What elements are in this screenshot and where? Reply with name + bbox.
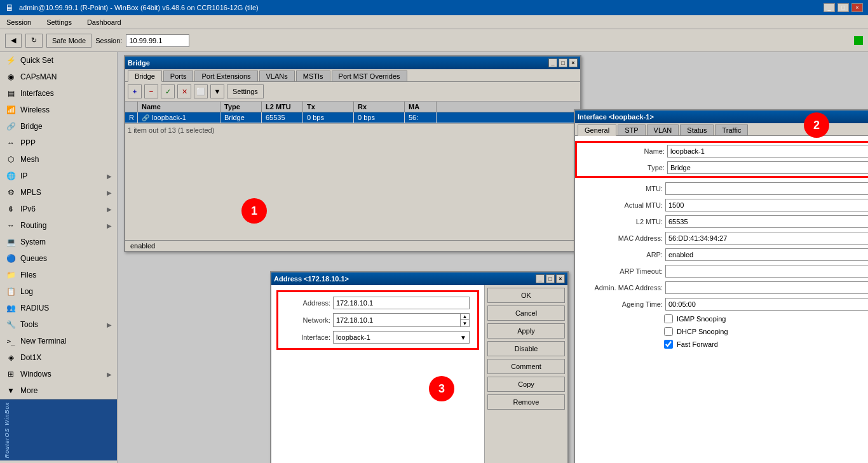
addr-ok-btn[interactable]: OK — [487, 288, 565, 303]
interface-dropdown-arrow: ▼ — [460, 334, 466, 341]
remove-btn[interactable]: − — [144, 84, 158, 98]
mtu-dropdown[interactable]: ▼ — [665, 182, 868, 195]
sidebar-item-windows[interactable]: ⊞ Windows ▶ — [0, 366, 117, 382]
interface-window-title: Interface <loopback-1> — [578, 113, 868, 121]
addr-disable-btn[interactable]: Disable — [487, 341, 565, 356]
bridge-maximize-btn[interactable]: □ — [559, 58, 567, 67]
back-btn[interactable]: ◀ — [5, 34, 22, 48]
actual-mtu-input[interactable] — [665, 199, 868, 211]
mac-input[interactable] — [665, 232, 868, 245]
filter-btn[interactable]: ▼ — [210, 84, 224, 98]
sidebar-item-interfaces[interactable]: ▤ Interfaces — [0, 85, 117, 102]
tab-port-extensions[interactable]: Port Extensions — [194, 70, 257, 81]
tab-port-mst-overrides[interactable]: Port MST Overrides — [332, 70, 407, 81]
igmp-checkbox[interactable] — [664, 314, 673, 323]
menu-session[interactable]: Session — [3, 17, 35, 27]
addr-close-btn[interactable]: × — [556, 274, 565, 283]
sidebar-item-wireless[interactable]: 📶 Wireless — [0, 102, 117, 118]
sidebar-item-radius[interactable]: 👥 RADIUS — [0, 300, 117, 316]
sidebar-item-files[interactable]: 📁 Files — [0, 267, 117, 283]
addr-apply-btn[interactable]: Apply — [487, 323, 565, 339]
sidebar-item-system[interactable]: 💻 System — [0, 234, 117, 250]
col-flag — [125, 102, 138, 112]
tab-traffic[interactable]: Traffic — [715, 124, 748, 135]
addr-remove-btn[interactable]: Remove — [487, 394, 565, 410]
arp-dropdown[interactable]: enabled ▼ — [665, 248, 868, 261]
arp-timeout-dropdown[interactable]: ▼ — [665, 265, 868, 278]
ageing-input[interactable] — [665, 298, 868, 311]
radius-icon: 👥 — [5, 302, 17, 314]
sidebar-item-new-terminal[interactable]: >_ New Terminal — [0, 333, 117, 349]
menu-dashboard[interactable]: Dashboard — [83, 17, 125, 27]
dhcp-checkbox[interactable] — [664, 327, 673, 336]
type-input[interactable] — [667, 161, 868, 174]
sidebar-item-dot1x[interactable]: ◈ Dot1X — [0, 349, 117, 366]
interface-label: Interface: — [286, 333, 330, 341]
sidebar-item-routing[interactable]: ↔ Routing ▶ — [0, 217, 117, 234]
addr-comment-btn[interactable]: Comment — [487, 359, 565, 374]
cancel-btn[interactable]: ✕ — [177, 84, 191, 98]
sidebar-item-ppp[interactable]: ↔ PPP — [0, 135, 117, 151]
bridge-window-titlebar: Bridge _ □ × — [125, 57, 580, 69]
interface-window-titlebar: Interface <loopback-1> _ □ × — [575, 111, 868, 123]
app-icon: 🖥 — [5, 3, 14, 13]
address-input[interactable] — [333, 297, 470, 309]
sidebar-item-tools[interactable]: 🔧 Tools ▶ — [0, 316, 117, 333]
sidebar-item-more[interactable]: ▼ More — [0, 382, 117, 399]
sidebar-item-ipv6[interactable]: 6 IPv6 ▶ — [0, 201, 117, 217]
sidebar-item-capsman[interactable]: ◉ CAPsMAN — [0, 69, 117, 85]
interface-dropdown[interactable]: loopback-1 ▼ — [333, 331, 470, 344]
interface-content: Name: Type: MTU: ▼ — [575, 136, 868, 463]
mesh-icon: ⬡ — [5, 154, 17, 165]
tab-general[interactable]: General — [578, 124, 616, 136]
addr-cancel-btn[interactable]: Cancel — [487, 305, 565, 321]
tab-ports[interactable]: Ports — [163, 70, 194, 81]
settings-btn[interactable]: Settings — [227, 84, 264, 98]
addr-copy-btn[interactable]: Copy — [487, 377, 565, 392]
sidebar-item-mpls[interactable]: ⚙ MPLS ▶ — [0, 184, 117, 201]
fast-forward-checkbox[interactable] — [664, 340, 673, 349]
ip-arrow: ▶ — [107, 173, 112, 180]
col-rx: Rx — [354, 102, 405, 112]
admin-mac-dropdown[interactable]: ▼ — [665, 281, 868, 294]
sidebar-item-quick-set[interactable]: ⚡ Quick Set — [0, 52, 117, 69]
bridge-close-btn[interactable]: × — [569, 58, 578, 67]
network-scroll[interactable]: ▲ ▼ — [460, 314, 469, 326]
terminal-icon: >_ — [5, 335, 17, 347]
tab-status[interactable]: Status — [680, 124, 714, 135]
tab-bridge[interactable]: Bridge — [128, 70, 162, 82]
addr-maximize-btn[interactable]: □ — [546, 274, 555, 283]
sidebar-item-ip[interactable]: 🌐 IP ▶ — [0, 168, 117, 184]
minimize-btn[interactable]: _ — [824, 3, 835, 12]
addr-minimize-btn[interactable]: _ — [536, 274, 545, 283]
sidebar-item-bridge[interactable]: 🔗 Bridge — [0, 118, 117, 135]
scroll-down[interactable]: ▼ — [461, 320, 469, 326]
interface-tab-bar: General STP VLAN Status Traffic — [575, 123, 868, 136]
tab-mstis[interactable]: MSTIs — [296, 70, 330, 81]
sidebar-item-mesh[interactable]: ⬡ Mesh — [0, 151, 117, 168]
l2mtu-input[interactable] — [665, 215, 868, 228]
scroll-up[interactable]: ▲ — [461, 314, 469, 320]
name-input[interactable] — [667, 145, 868, 158]
check-btn[interactable]: ✓ — [161, 84, 175, 98]
maximize-btn[interactable]: □ — [837, 3, 849, 12]
edit-btn[interactable]: ⬜ — [194, 84, 208, 98]
mac-label: MAC Address: — [580, 234, 663, 242]
network-input[interactable] — [334, 314, 460, 326]
network-row: Network: ▲ ▼ — [281, 311, 475, 329]
session-input[interactable] — [126, 34, 189, 47]
tab-vlan[interactable]: VLAN — [647, 124, 679, 135]
table-row[interactable]: R 🔗 loopback-1 Bridge 65535 0 bps 0 bps … — [125, 112, 580, 123]
bridge-table-header: Name Type L2 MTU Tx Rx MA — [125, 102, 580, 112]
add-btn[interactable]: + — [128, 84, 142, 98]
bridge-window: Bridge _ □ × Bridge Ports Port Extension… — [124, 55, 581, 252]
close-btn[interactable]: × — [851, 3, 863, 12]
sidebar-item-log[interactable]: 📋 Log — [0, 283, 117, 300]
safe-mode-btn[interactable]: Safe Mode — [46, 34, 92, 48]
bridge-minimize-btn[interactable]: _ — [548, 58, 557, 67]
forward-btn[interactable]: ↻ — [25, 34, 43, 48]
tab-vlans[interactable]: VLANs — [259, 70, 295, 81]
sidebar-item-queues[interactable]: 🔵 Queues — [0, 250, 117, 267]
menu-settings[interactable]: Settings — [43, 17, 76, 27]
tab-stp[interactable]: STP — [618, 124, 645, 135]
